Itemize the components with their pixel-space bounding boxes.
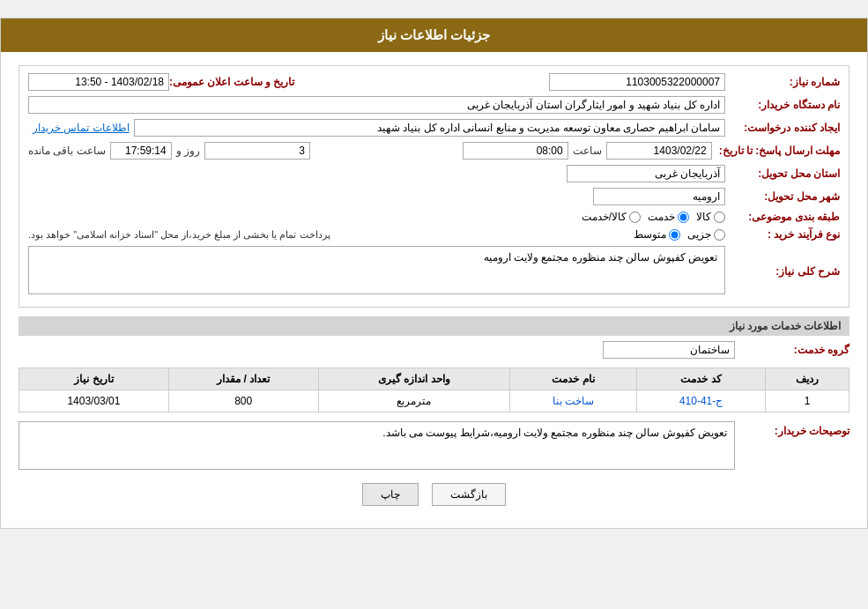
row-mohlat: مهلت ارسال پاسخ: تا تاریخ: 1403/02/22 سا… <box>28 142 840 160</box>
table-cell-2: ساخت بنا <box>509 390 636 412</box>
mohlat-time: 08:00 <box>463 142 568 160</box>
row-shahr: شهر محل تحویل: ارومیه <box>28 188 840 205</box>
mohlat-days: 3 <box>204 142 310 160</box>
shomare-niaz-value: 1103005322000007 <box>549 73 725 91</box>
page-header: جزئیات اطلاعات نیاز <box>1 19 867 52</box>
radio-jozi-item: جزیی <box>687 228 725 241</box>
noe-farayand-label: نوع فرآیند خرید : <box>725 228 840 241</box>
row-ostan: استان محل تحویل: آذربایجان غربی <box>28 165 840 182</box>
row-tabaqe: طبقه بندی موضوعی: کالا خدمت کالا/خدمت <box>28 211 840 223</box>
shahr-label: شهر محل تحویل: <box>725 190 840 203</box>
col-radif: ردیف <box>766 368 849 390</box>
page-wrapper: جزئیات اطلاعات نیاز شماره نیاز: 11030053… <box>0 18 868 529</box>
ostan-value: آذربایجان غربی <box>567 165 725 182</box>
tosifat-value: تعویض کفپوش سالن چند منظوره مجتمع ولایت … <box>19 421 735 470</box>
ostan-label: استان محل تحویل: <box>725 167 840 180</box>
radio-kala[interactable] <box>714 212 725 223</box>
radio-kala-khadamat-label: کالا/خدمت <box>582 211 627 223</box>
mohlat-date: 1403/02/22 <box>606 142 712 160</box>
group-khadamat-value: ساختمان <box>603 341 735 359</box>
mohlat-time-label: ساعت <box>573 145 602 157</box>
radio-motevaset[interactable] <box>669 229 680 241</box>
mohlat-countdown-label: ساعت باقی مانده <box>28 145 106 157</box>
table-cell-4: 800 <box>168 390 318 412</box>
table-cell-5: 1403/03/01 <box>19 390 169 412</box>
ijad-konande-value: سامان ابراهیم حصاری معاون توسعه مدیریت و… <box>134 119 725 137</box>
tabaqe-label: طبقه بندی موضوعی: <box>725 211 840 223</box>
main-form-section: شماره نیاز: 1103005322000007 تاریخ و ساع… <box>19 65 849 308</box>
radio-kala-label: کالا <box>696 211 711 223</box>
khadamat-section-header: اطلاعات خدمات مورد نیاز <box>19 316 849 336</box>
tabaqe-radio-group: کالا خدمت کالا/خدمت <box>582 211 725 223</box>
table-header-row: ردیف کد خدمت نام خدمت واحد اندازه گیری ت… <box>19 368 849 390</box>
col-vahed: واحد اندازه گیری <box>318 368 509 390</box>
main-content: شماره نیاز: 1103005322000007 تاریخ و ساع… <box>1 52 867 528</box>
nam-dastgah-label: نام دستگاه خریدار: <box>725 99 840 111</box>
col-tarikh: تاریخ نیاز <box>19 368 169 390</box>
radio-kala-khadamat[interactable] <box>629 212 641 223</box>
row-sharh-kolli: شرح کلی نیاز: تعویض کفپوش سالن چند منظور… <box>28 246 840 294</box>
page-title: جزئیات اطلاعات نیاز <box>378 27 490 42</box>
radio-khadamat[interactable] <box>678 212 689 223</box>
info-section-label: اطلاعات خدمات مورد نیاز <box>730 320 841 332</box>
col-kod: کد خدمت <box>636 368 765 390</box>
tosifat-label: توصیحات خریدار: <box>735 421 849 437</box>
row-shomare-tarikh: شماره نیاز: 1103005322000007 تاریخ و ساع… <box>28 73 840 91</box>
nam-dastgah-value: اداره کل بنیاد شهید و امور ایثارگران است… <box>28 96 725 114</box>
row-ijad-konande: ایجاد کننده درخواست: سامان ابراهیم حصاری… <box>28 119 840 137</box>
row-noe-farayand: نوع فرآیند خرید : جزیی متوسط پرداخت تمام… <box>28 228 840 241</box>
table-cell-0: 1 <box>766 390 849 412</box>
radio-jozi[interactable] <box>714 229 725 241</box>
radio-khadamat-label: خدمت <box>648 211 675 223</box>
shahr-value: ارومیه <box>593 188 725 205</box>
contact-info-link[interactable]: اطلاعات تماس خریدار <box>33 122 130 134</box>
shomare-niaz-label: شماره نیاز: <box>725 76 840 88</box>
radio-khadamat-item: خدمت <box>648 211 689 223</box>
row-group-khadamat: گروه خدمت: ساختمان <box>19 341 849 359</box>
footer-buttons: بازگشت چاپ <box>19 483 849 506</box>
mohlat-days-label: روز و <box>176 145 200 157</box>
sharh-kolli-label: شرح کلی نیاز: <box>725 263 840 278</box>
table-row: 1ج-41-410ساخت بنامترمربع8001403/03/01 <box>19 390 849 412</box>
row-tosifat: توصیحات خریدار: تعویض کفپوش سالن چند منظ… <box>19 421 849 470</box>
farayand-radio-group: جزیی متوسط <box>634 228 725 241</box>
tarikh-aelan-label: تاریخ و ساعت اعلان عمومی: <box>169 76 301 88</box>
radio-motevaset-item: متوسط <box>634 228 680 241</box>
tarikh-aelan-value: 1403/02/18 - 13:50 <box>28 73 169 91</box>
radio-kala-khadamat-item: کالا/خدمت <box>582 211 641 223</box>
radio-kala-item: کالا <box>696 211 725 223</box>
table-cell-3: مترمربع <box>318 390 509 412</box>
back-button[interactable]: بازگشت <box>432 483 506 506</box>
row-nam-dastgah: نام دستگاه خریدار: اداره کل بنیاد شهید و… <box>28 96 840 114</box>
services-table: ردیف کد خدمت نام خدمت واحد اندازه گیری ت… <box>19 368 849 412</box>
table-cell-1: ج-41-410 <box>636 390 765 412</box>
mohlat-label: مهلت ارسال پاسخ: تا تاریخ: <box>712 145 840 157</box>
mohlat-countdown: 17:59:14 <box>110 142 172 160</box>
radio-jozi-label: جزیی <box>687 228 711 241</box>
services-table-section: ردیف کد خدمت نام خدمت واحد اندازه گیری ت… <box>19 368 849 412</box>
col-nam: نام خدمت <box>509 368 636 390</box>
radio-motevaset-label: متوسط <box>634 228 666 241</box>
print-button[interactable]: چاپ <box>362 483 419 506</box>
ijad-konande-label: ایجاد کننده درخواست: <box>725 122 840 134</box>
group-khadamat-label: گروه خدمت: <box>735 344 849 356</box>
col-tedad: تعداد / مقدار <box>168 368 318 390</box>
sharh-kolli-value: تعویض کفپوش سالن چند منظوره مجتمع ولایت … <box>28 246 725 294</box>
noe-farayand-note: پرداخت تمام یا بخشی از مبلغ خرید،از محل … <box>28 229 330 241</box>
